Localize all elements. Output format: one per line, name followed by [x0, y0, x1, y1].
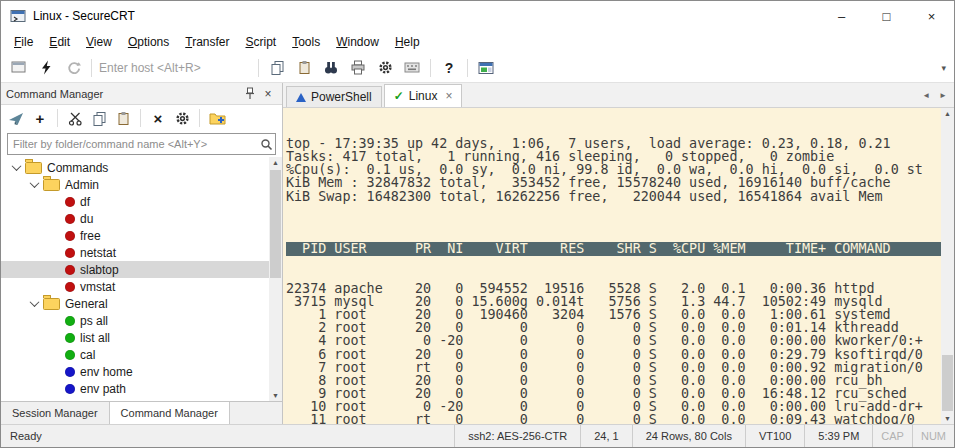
tree-item-list-all[interactable]: list all: [1, 329, 269, 346]
tree-item-Commands[interactable]: Commands: [1, 159, 269, 176]
menu-options[interactable]: Options: [120, 32, 177, 52]
tree-scrollbar[interactable]: ▲ ▼: [269, 157, 282, 401]
paste-button[interactable]: [112, 107, 134, 129]
menu-window[interactable]: Window: [328, 32, 387, 52]
filter-box: [7, 133, 276, 155]
options-button[interactable]: [171, 107, 193, 129]
print-button[interactable]: [345, 55, 371, 80]
close-button[interactable]: ×: [909, 1, 954, 31]
command-dot-icon: [65, 316, 75, 326]
panel-close-icon[interactable]: ×: [259, 85, 277, 103]
copy-button[interactable]: [88, 107, 110, 129]
tree-item-env-home[interactable]: env home: [1, 363, 269, 380]
expander-icon[interactable]: [12, 161, 22, 171]
toolbar-separator: [467, 59, 468, 77]
tree-item-General[interactable]: General: [1, 295, 269, 312]
expander-icon[interactable]: [30, 178, 40, 188]
menu-file[interactable]: File: [6, 32, 41, 52]
help-icon: ?: [445, 60, 454, 76]
add-command-button[interactable]: +: [29, 107, 51, 129]
minimize-button[interactable]: –: [819, 1, 864, 31]
send-command-button[interactable]: [5, 107, 27, 129]
toolbar-overflow-icon[interactable]: ▾: [941, 63, 949, 73]
scrollbar-thumb[interactable]: [270, 170, 281, 278]
session-tab-bar: PowerShell ✓ Linux × ◄ ►: [283, 83, 954, 108]
command-toolbar: + ×: [1, 105, 282, 131]
tree-item-ps-all[interactable]: ps all: [1, 312, 269, 329]
tab-prev-icon[interactable]: ◄: [922, 91, 930, 100]
status-ready: Ready: [1, 425, 454, 447]
menu-view[interactable]: View: [78, 32, 120, 52]
command-dot-icon: [65, 282, 75, 292]
copy-button[interactable]: [264, 55, 290, 80]
tab-session-manager[interactable]: Session Manager: [1, 402, 110, 424]
toolbar-separator: [258, 59, 259, 77]
window-body: Command Manager × +: [1, 83, 954, 424]
toolbar-separator: [430, 59, 431, 77]
host-input[interactable]: [97, 60, 253, 76]
status-num-lock: NUM: [912, 425, 954, 447]
quick-connect-icon[interactable]: [33, 55, 59, 80]
securecrt-window: Linux - SecureCRT – □ × FileEditViewOpti…: [0, 0, 955, 448]
menu-help[interactable]: Help: [387, 32, 428, 52]
scroll-up-icon[interactable]: ▲: [272, 159, 279, 166]
session-dialog-button[interactable]: [6, 55, 32, 80]
close-tab-icon[interactable]: ×: [445, 89, 452, 103]
filter-input[interactable]: [8, 138, 257, 150]
new-folder-button[interactable]: [206, 107, 228, 129]
menu-script[interactable]: Script: [238, 32, 285, 52]
toolbar-separator: [57, 109, 58, 127]
scroll-down-icon[interactable]: ▼: [944, 415, 951, 422]
command-dot-icon: [65, 384, 75, 394]
delete-button[interactable]: ×: [147, 107, 169, 129]
paste-button[interactable]: [291, 55, 317, 80]
terminal-scrollbar[interactable]: ▲ ▼: [941, 108, 954, 424]
tree-item-du[interactable]: du: [1, 210, 269, 227]
keymap-button[interactable]: [399, 55, 425, 80]
menu-transfer[interactable]: Transfer: [177, 32, 237, 52]
status-encryption: ssh2: AES-256-CTR: [454, 425, 580, 447]
scroll-down-icon[interactable]: ▼: [272, 392, 279, 399]
tree-item-vmstat[interactable]: vmstat: [1, 278, 269, 295]
status-caps-lock: CAP: [872, 425, 912, 447]
statusbar: Ready ssh2: AES-256-CTR 24, 1 24 Rows, 8…: [1, 424, 954, 447]
command-dot-icon: [65, 350, 75, 360]
pin-icon[interactable]: [241, 85, 259, 103]
command-dot-icon: [65, 265, 75, 275]
tab-powershell[interactable]: PowerShell: [286, 86, 382, 107]
maximize-button[interactable]: □: [864, 1, 909, 31]
tree-item-Admin[interactable]: Admin: [1, 176, 269, 193]
tree-item-netstat[interactable]: netstat: [1, 244, 269, 261]
menu-edit[interactable]: Edit: [41, 32, 78, 52]
command-dot-icon: [65, 197, 75, 207]
process-rows: 22374 apache 20 0 594552 19516 5528 S 2.…: [286, 282, 941, 424]
tree-item-cal[interactable]: cal: [1, 346, 269, 363]
find-button[interactable]: [318, 55, 344, 80]
trace-options-button[interactable]: [473, 55, 499, 80]
toolbar-separator: [140, 109, 141, 127]
terminal-screen[interactable]: top - 17:39:35 up 42 days, 1:06, 7 users…: [283, 108, 941, 424]
menu-tools[interactable]: Tools: [284, 32, 328, 52]
tab-next-icon[interactable]: ►: [939, 91, 947, 100]
tree-item-env-path[interactable]: env path: [1, 380, 269, 397]
terminal-main: top - 17:39:35 up 42 days, 1:06, 7 users…: [283, 108, 954, 424]
tab-linux[interactable]: ✓ Linux ×: [384, 84, 463, 107]
status-clock: 5:39 PM: [804, 425, 872, 447]
tree-item-df[interactable]: df: [1, 193, 269, 210]
top-summary: top - 17:39:35 up 42 days, 1:06, 7 users…: [286, 137, 941, 202]
cut-button[interactable]: [64, 107, 86, 129]
tree-item-free[interactable]: free: [1, 227, 269, 244]
tab-scroll-arrows: ◄ ►: [915, 91, 954, 100]
status-emulation: VT100: [745, 425, 804, 447]
tab-command-manager[interactable]: Command Manager: [110, 402, 230, 424]
session-options-button[interactable]: [372, 55, 398, 80]
scroll-up-icon[interactable]: ▲: [944, 110, 951, 117]
connected-check-icon: ✓: [394, 89, 404, 103]
help-button[interactable]: ?: [436, 55, 462, 80]
panel-title: Command Manager: [6, 88, 241, 100]
tree-item-slabtop[interactable]: slabtop: [1, 261, 269, 278]
expander-icon[interactable]: [30, 297, 40, 307]
reconnect-icon[interactable]: [60, 55, 86, 80]
main-toolbar: ? ▾: [1, 53, 954, 83]
scrollbar-thumb[interactable]: [942, 355, 953, 411]
